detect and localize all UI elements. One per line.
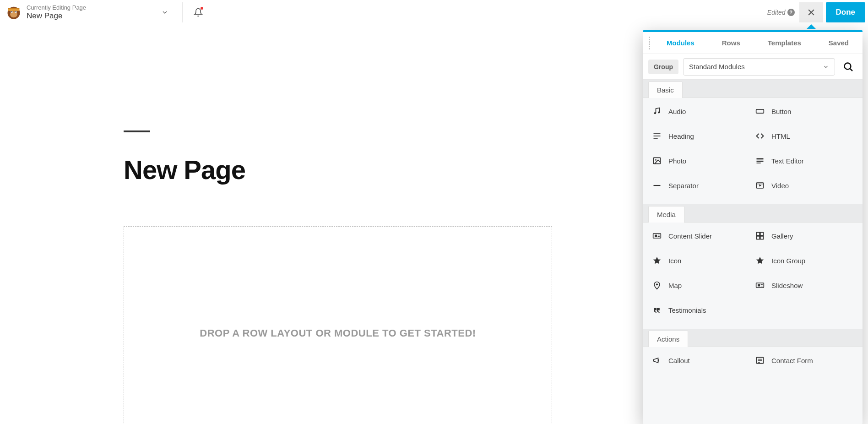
- module-item-map[interactable]: Map: [652, 280, 750, 290]
- module-item-label: Callout: [668, 357, 690, 364]
- toolbar-divider: [182, 2, 183, 22]
- module-item-text-editor[interactable]: Text Editor: [755, 156, 853, 166]
- video-icon: [755, 180, 765, 190]
- notification-dot-icon: [201, 7, 203, 10]
- tab-templates[interactable]: Templates: [762, 33, 807, 53]
- module-item-button[interactable]: Button: [755, 106, 853, 116]
- module-grid: Content SliderGalleryIconIcon GroupMapSl…: [643, 223, 863, 329]
- chevron-down-icon: [823, 64, 829, 70]
- module-item-testimonials[interactable]: Testimonials: [652, 305, 750, 315]
- code-icon: [755, 131, 765, 141]
- group-label-chip: Group: [648, 60, 678, 74]
- module-item-separator[interactable]: Separator: [652, 180, 750, 190]
- slider-icon: [755, 280, 765, 290]
- module-item-label: Map: [668, 282, 682, 289]
- star-icon: [652, 255, 662, 266]
- module-item-content-slider[interactable]: Content Slider: [652, 231, 750, 241]
- module-item-video[interactable]: Video: [755, 180, 853, 190]
- section-title: Basic: [648, 82, 683, 98]
- module-grid: AudioButtonHeadingHTMLPhotoText EditorSe…: [643, 98, 863, 204]
- top-toolbar: Currently Editing Page New Page Edited ?…: [0, 0, 868, 25]
- layout-dropzone[interactable]: DROP A ROW LAYOUT OR MODULE TO GET START…: [124, 226, 552, 424]
- module-item-label: HTML: [771, 132, 790, 140]
- section-header: Media: [643, 204, 863, 223]
- section-title: Media: [648, 206, 684, 223]
- module-item-audio[interactable]: Audio: [652, 106, 750, 116]
- tab-saved[interactable]: Saved: [823, 33, 854, 53]
- module-group-select-value: Standard Modules: [689, 63, 745, 71]
- svg-point-10: [845, 63, 851, 69]
- svg-point-4: [11, 11, 12, 12]
- editing-context-label: Currently Editing Page: [27, 4, 86, 11]
- page-title-block[interactable]: Currently Editing Page New Page: [0, 0, 180, 25]
- module-item-icon-group[interactable]: Icon Group: [755, 255, 853, 266]
- module-item-label: Icon: [668, 257, 681, 265]
- page-heading: New Page: [124, 154, 563, 185]
- separator-icon: [652, 180, 662, 190]
- beaver-logo-icon: [5, 4, 22, 21]
- section-title: Actions: [648, 331, 688, 347]
- help-icon[interactable]: ?: [787, 9, 795, 16]
- heading-icon: [652, 131, 662, 141]
- tab-rows[interactable]: Rows: [716, 33, 746, 53]
- panel-drag-handle[interactable]: [643, 32, 653, 54]
- content-panel: ModulesRowsTemplatesSaved Group Standard…: [643, 30, 863, 424]
- pin-icon: [652, 280, 662, 290]
- module-item-label: Button: [771, 108, 791, 115]
- module-item-html[interactable]: HTML: [755, 131, 853, 141]
- notifications-button[interactable]: [188, 2, 208, 22]
- title-dropdown-toggle[interactable]: [155, 9, 175, 16]
- done-button[interactable]: Done: [826, 2, 866, 22]
- tab-modules[interactable]: Modules: [661, 33, 700, 53]
- module-item-slideshow[interactable]: Slideshow: [755, 280, 853, 290]
- button-icon: [755, 106, 765, 116]
- form-icon: [755, 355, 765, 365]
- svg-rect-7: [8, 8, 20, 9]
- module-item-contact-form[interactable]: Contact Form: [755, 355, 853, 365]
- module-item-label: Content Slider: [668, 232, 712, 240]
- edited-status: Edited ?: [767, 9, 795, 16]
- page-title-label: New Page: [27, 11, 86, 21]
- module-grid: CalloutContact Form: [643, 347, 863, 379]
- slider-icon: [652, 231, 662, 241]
- module-item-label: Text Editor: [771, 157, 804, 165]
- module-item-label: Icon Group: [771, 257, 805, 265]
- module-item-label: Separator: [668, 182, 699, 190]
- megaphone-icon: [652, 355, 662, 365]
- module-item-label: Gallery: [771, 232, 793, 240]
- section-header: Actions: [643, 329, 863, 347]
- gallery-icon: [755, 231, 765, 241]
- module-item-label: Testimonials: [668, 306, 706, 314]
- music-icon: [652, 106, 662, 116]
- search-button[interactable]: [840, 58, 857, 76]
- panel-pointer-icon: [807, 24, 816, 29]
- title-decorative-rule: [124, 130, 150, 132]
- quote-icon: [652, 305, 662, 315]
- svg-point-5: [15, 11, 16, 12]
- panel-scroll-area[interactable]: BasicAudioButtonHeadingHTMLPhotoText Edi…: [643, 80, 863, 424]
- svg-line-11: [850, 69, 852, 71]
- module-item-heading[interactable]: Heading: [652, 131, 750, 141]
- module-item-icon[interactable]: Icon: [652, 255, 750, 266]
- text-icon: [755, 156, 765, 166]
- module-item-gallery[interactable]: Gallery: [755, 231, 853, 241]
- panel-tabbar: ModulesRowsTemplatesSaved: [643, 32, 863, 54]
- close-panel-button[interactable]: [799, 2, 823, 22]
- module-item-label: Slideshow: [771, 282, 803, 289]
- section-header: Basic: [643, 80, 863, 98]
- module-item-label: Video: [771, 182, 789, 190]
- module-item-callout[interactable]: Callout: [652, 355, 750, 365]
- panel-filter-bar: Group Standard Modules: [643, 54, 863, 80]
- module-item-label: Contact Form: [771, 357, 813, 364]
- module-item-photo[interactable]: Photo: [652, 156, 750, 166]
- module-item-label: Heading: [668, 132, 694, 140]
- module-item-label: Photo: [668, 157, 686, 165]
- star-icon: [755, 255, 765, 266]
- module-group-select[interactable]: Standard Modules: [683, 58, 835, 76]
- dropzone-placeholder-text: DROP A ROW LAYOUT OR MODULE TO GET START…: [200, 227, 476, 339]
- image-icon: [652, 156, 662, 166]
- module-item-label: Audio: [668, 108, 686, 115]
